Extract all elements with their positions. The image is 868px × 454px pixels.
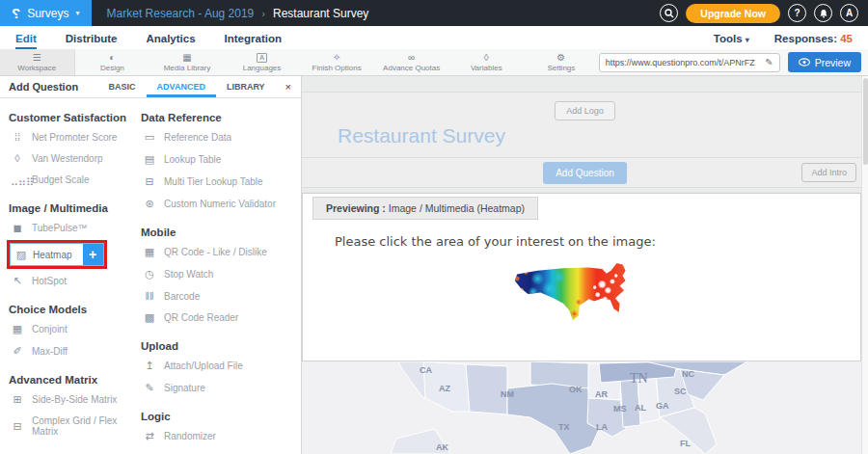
responses-count: 45	[840, 33, 853, 44]
add-question-button[interactable]: Add Question	[543, 162, 627, 184]
image-icon: ▦	[182, 52, 191, 63]
survey-title[interactable]: Restaurant Survey	[338, 124, 868, 147]
add-question-panel: Add Question BASIC ADVANCED LIBRARY × Cu…	[0, 76, 302, 454]
state-label: SC	[674, 387, 687, 396]
chain-links-icon: ∞	[408, 52, 415, 63]
toolbar-media-library[interactable]: ▦ Media Library	[149, 49, 225, 75]
add-heatmap-button[interactable]: +	[83, 244, 103, 265]
search-icon	[665, 9, 674, 18]
panel-item-lookup-table[interactable]: ▤ Lookup Table	[141, 148, 293, 171]
state-label: AZ	[439, 384, 450, 393]
panel-item-van-westendorp[interactable]: ◊ Van Westendorp	[9, 147, 141, 169]
tools-menu[interactable]: Tools ▾	[714, 33, 749, 49]
tab-advanced[interactable]: ADVANCED	[147, 76, 216, 97]
bell-icon	[819, 9, 828, 18]
account-avatar[interactable]: A	[840, 4, 858, 22]
scrollbar-thumb[interactable]	[863, 78, 868, 165]
add-logo-button[interactable]: Add Logo	[555, 101, 615, 120]
panel-item-stop-watch[interactable]: ◷ Stop Watch	[141, 263, 293, 285]
nav-tab-edit[interactable]: Edit	[15, 33, 37, 49]
edit-toolbar: ☰ Workspace ◐ Design ▦ Media Library A L…	[0, 49, 868, 76]
help-button[interactable]: ?	[788, 4, 806, 22]
survey-canvas: Add Logo Restaurant Survey Add Question …	[302, 76, 868, 454]
state-label: MS	[613, 404, 627, 414]
bar-chart-icon: ⣀⣤⣶	[11, 174, 24, 186]
panel-item-net-promoter-score[interactable]: ⁞⁞ Net Promoter Score	[9, 126, 141, 147]
toolbar-settings[interactable]: ⚙ Settings	[524, 49, 599, 75]
toolbar-languages[interactable]: A Languages	[225, 49, 300, 75]
upload-icon: ↥	[143, 360, 156, 372]
state-label: LA	[596, 422, 608, 432]
section-logic: Logic	[141, 411, 293, 422]
state-label: NM	[501, 389, 514, 399]
heatmap-image-icon: ▨	[14, 249, 28, 261]
background-usa-map[interactable]: CA AZ NM OK AR TN NC SC MS AL GA TX LA F…	[302, 361, 861, 454]
toolbar-workspace[interactable]: ☰ Workspace	[0, 49, 75, 75]
nav-tab-integration[interactable]: Integration	[225, 33, 282, 49]
panel-item-conjoint[interactable]: ▦ Conjoint	[9, 318, 141, 340]
panel-item-attach-upload-file[interactable]: ↥ Attach/Upload File	[141, 355, 293, 377]
tab-basic[interactable]: BASIC	[98, 76, 147, 97]
panel-item-custom-logic-engine[interactable]: Ψ Custom Logic Engine	[141, 447, 293, 454]
panel-item-hotspot[interactable]: ↖ HotSpot	[9, 270, 141, 292]
usa-states-shapes	[302, 361, 861, 454]
state-label: CA	[420, 365, 432, 375]
panel-item-reference-data[interactable]: ▭ Reference Data	[141, 126, 293, 148]
panel-item-tubepulse[interactable]: ◼ TubePulse™	[9, 217, 141, 239]
nav-tab-analytics[interactable]: Analytics	[146, 33, 195, 49]
upgrade-now-button[interactable]: Upgrade Now	[686, 4, 780, 23]
toolbar-variables[interactable]: ◊ Variables	[448, 49, 524, 75]
qr-code-icon: ▦	[143, 246, 156, 258]
preview-button[interactable]: Preview	[788, 52, 861, 72]
qr-reader-icon: ▩	[143, 311, 156, 324]
panel-item-heatmap[interactable]: ▨ Heatmap +	[10, 243, 104, 266]
survey-url-input[interactable]	[606, 58, 762, 67]
grid-icon: ▦	[11, 323, 24, 335]
breadcrumb-parent[interactable]: Market Research - Aug 2019	[107, 7, 255, 20]
panel-item-max-diff[interactable]: ✐ Max-Diff	[9, 340, 141, 362]
edit-url-pencil-icon[interactable]: ✎	[765, 57, 773, 67]
video-camera-icon: ◼	[11, 222, 24, 234]
toolbar-design[interactable]: ◐ Design	[75, 49, 150, 75]
section-data-reference: Data Reference	[141, 112, 293, 123]
panel-item-qr-code-reader[interactable]: ▩ QR Code Reader	[141, 307, 293, 329]
panel-item-complex-grid[interactable]: ⊟ Complex Grid / Flex Matrix	[9, 411, 141, 441]
barcode-icon: ‖‖	[143, 290, 156, 302]
heatmap-usa-image[interactable]	[508, 256, 655, 337]
price-tag-icon: ◊	[11, 152, 24, 164]
panel-item-custom-numeric-validator[interactable]: ⊛ Custom Numeric Validator	[141, 193, 293, 215]
add-intro-button[interactable]: Add Intro	[801, 163, 856, 182]
panel-item-qr-like-dislike[interactable]: ▦ QR Code - Like / Dislike	[141, 241, 293, 263]
close-panel-button[interactable]: ×	[276, 76, 301, 97]
state-label: FL	[680, 439, 691, 448]
panel-item-signature[interactable]: ✎ Signature	[141, 377, 293, 399]
state-label: AL	[635, 403, 646, 413]
caret-down-icon: ▾	[746, 36, 749, 44]
wand-icon: ✐	[11, 345, 24, 358]
stopwatch-icon: ◷	[143, 268, 156, 280]
breadcrumb: Market Research - Aug 2019 › Restaurant …	[107, 7, 369, 20]
tab-library[interactable]: LIBRARY	[216, 76, 276, 97]
toolbar-advance-quotas[interactable]: ∞ Advance Quotas	[374, 49, 449, 75]
panel-title: Add Question	[0, 81, 98, 93]
notifications-button[interactable]	[814, 4, 832, 22]
validator-icon: ⊛	[143, 198, 156, 210]
search-button[interactable]	[660, 4, 678, 22]
nav-tab-distribute[interactable]: Distribute	[66, 33, 118, 49]
panel-item-side-by-side-matrix[interactable]: ⊞ Side-By-Side Matrix	[9, 388, 141, 411]
state-label: AR	[595, 389, 608, 399]
section-advanced-matrix: Advanced Matrix	[9, 374, 141, 386]
responses-counter[interactable]: Responses: 45	[774, 33, 853, 49]
gear-icon: ⚙	[556, 52, 565, 63]
panel-item-randomizer[interactable]: ⇄ Randomizer	[141, 425, 293, 447]
surveys-menu[interactable]: ? Surveys ▾	[0, 0, 92, 26]
panel-item-barcode[interactable]: ‖‖ Barcode	[141, 285, 293, 307]
state-label: OK	[569, 385, 583, 394]
section-upload: Upload	[141, 340, 293, 352]
magic-wand-icon: ✧	[333, 52, 340, 63]
panel-item-multi-tier-lookup[interactable]: ⊟ Multi Tier Lookup Table	[141, 171, 293, 193]
vertical-scrollbar[interactable]	[861, 76, 868, 454]
panel-item-budget-scale[interactable]: ⣀⣤⣶ Budget Scale	[9, 169, 141, 191]
workspace-icon: ☰	[33, 52, 41, 63]
toolbar-finish-options[interactable]: ✧ Finish Options	[299, 49, 374, 75]
